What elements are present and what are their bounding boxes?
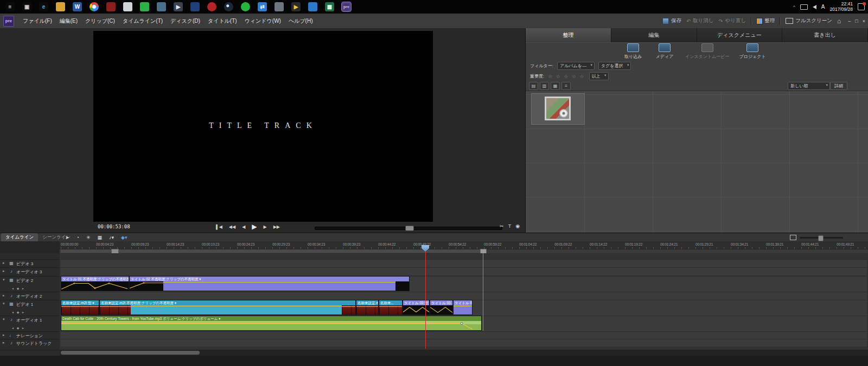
tray-expand-icon[interactable]: ^	[793, 4, 795, 9]
track-header-audio2[interactable]: ▸ ♪ オーディオ 2	[0, 292, 60, 299]
media-item[interactable]	[531, 93, 585, 125]
menu-item[interactable]: 編集(E)	[56, 17, 81, 25]
position-scrubber[interactable]	[315, 227, 502, 230]
track-header-narration[interactable]: ▸ ♩ ナレーション	[0, 331, 60, 338]
file-explorer-icon[interactable]	[56, 2, 65, 11]
panel-tab[interactable]: 編集	[611, 28, 697, 42]
app-steel-icon[interactable]	[157, 2, 166, 11]
menu-item[interactable]: クリップ(C)	[81, 17, 119, 25]
menu-item[interactable]: ウィンドウ(W)	[241, 17, 285, 25]
minimize-button[interactable]: –	[848, 18, 851, 24]
scrollbar-thumb[interactable]	[61, 351, 200, 355]
zoom-slider[interactable]	[800, 237, 843, 239]
step-back-icon[interactable]: ◀	[242, 224, 245, 229]
details-button[interactable]: 詳細	[830, 82, 847, 90]
clip-title-03-b[interactable]: タイトル 03 不透...	[430, 300, 453, 315]
smart-trim-icon[interactable]: ◆▾	[121, 235, 127, 240]
start-icon[interactable]: ≡	[5, 2, 15, 11]
scrubber-thumb[interactable]	[405, 226, 414, 231]
clip-title-01[interactable]: タイトル 01 不透明度:クリップの不透明度 ▾	[61, 276, 129, 291]
instant-movie-button[interactable]: インスタントムービー	[685, 43, 730, 60]
app-green-icon[interactable]	[140, 2, 149, 11]
ime-indicator[interactable]: A	[821, 4, 825, 10]
freeze-frame-icon[interactable]: ◉	[515, 223, 520, 229]
menu-item[interactable]: タイトル(T)	[204, 17, 241, 25]
clip-title-03-c[interactable]: タイトル 03 ▾	[453, 300, 473, 315]
task-view-icon[interactable]: ▣	[22, 2, 31, 11]
close-button[interactable]: ×	[863, 18, 865, 24]
edge-icon[interactable]: e	[39, 2, 48, 11]
thumbnail-view-icon[interactable]: ▥	[540, 82, 549, 90]
project-button[interactable]: プロジェクト	[739, 43, 766, 60]
disclosure-icon[interactable]: ▸	[3, 293, 7, 298]
split-clip-icon[interactable]: ✂	[500, 223, 504, 229]
disclosure-icon[interactable]: ▸	[3, 333, 7, 337]
track-header-video1[interactable]: ▾ ▦ ビデオ 1 ◂ ◆ ▸	[0, 300, 60, 315]
motion-tracking-tool-icon[interactable]: ✳	[86, 235, 91, 240]
lane-audio2[interactable]	[61, 292, 867, 300]
app-navy-icon[interactable]	[190, 2, 200, 11]
work-area-bar[interactable]	[61, 249, 483, 253]
video-preview[interactable]: TITLE TRACK	[93, 31, 433, 222]
panel-tab[interactable]: 書き出し	[782, 28, 868, 42]
marker-tool-icon[interactable]: ▦	[98, 235, 103, 240]
step-forward-icon[interactable]: ▶	[264, 224, 267, 229]
app-silver-icon[interactable]	[123, 2, 132, 11]
disclosure-icon[interactable]: ▾	[3, 301, 7, 306]
timeline-horizontal-scrollbar[interactable]	[60, 350, 868, 356]
go-to-start-icon[interactable]: ▌◀	[216, 224, 222, 229]
clip-untitled-m2t-4[interactable]: 名称未...	[379, 300, 403, 315]
track-header-video2[interactable]: ▾ ▦ ビデオ 2 ◂ ◆ ▸	[0, 276, 60, 291]
clip-untitled-m2t-3[interactable]: 名称未設定.m2t 不透...	[356, 300, 379, 315]
display-icon[interactable]	[800, 4, 808, 10]
disclosure-icon[interactable]: ▸	[3, 341, 7, 345]
add-text-icon[interactable]: T	[508, 223, 512, 229]
audio-tools-icon[interactable]: ♪▾	[109, 235, 114, 240]
organize-shortcut-button[interactable]: 整理	[757, 17, 775, 24]
app-blue-icon[interactable]	[308, 2, 317, 11]
word-icon[interactable]: W	[73, 2, 82, 11]
sync-icon[interactable]: ⇄	[258, 2, 267, 11]
premiere-elements-icon[interactable]: pre	[342, 2, 351, 11]
fast-forward-icon[interactable]: ▶▶	[273, 224, 280, 229]
panel-tab[interactable]: ディスクメニュー	[697, 28, 783, 42]
lane-narration[interactable]	[61, 331, 867, 339]
list-view-icon[interactable]: ≡	[561, 82, 571, 90]
amd-icon[interactable]	[207, 2, 216, 11]
fullscreen-button[interactable]: フルスクリーン	[786, 17, 832, 24]
keyframe-nav-controls[interactable]: ◂ ◆ ▸	[12, 326, 25, 330]
media-button[interactable]: メディア	[654, 43, 675, 60]
notification-icon[interactable]	[858, 3, 865, 10]
lane-soundtrack[interactable]	[61, 339, 867, 346]
play-icon[interactable]: ▶	[252, 223, 257, 230]
menu-item[interactable]: ヘルプ(H)	[285, 17, 317, 25]
clock[interactable]: 22:41 2017/09/28	[829, 2, 853, 12]
importance-min-dropdown[interactable]: 以上	[589, 72, 609, 80]
current-timecode[interactable]: 00:00:53:08	[98, 224, 130, 229]
track-header-audio3[interactable]: ▸ ♪ オーディオ 3	[0, 267, 60, 275]
menu-item[interactable]: ディスク(D)	[167, 17, 204, 25]
maximize-button[interactable]: □	[855, 18, 858, 24]
save-button[interactable]: 保存	[662, 17, 681, 24]
home-button[interactable]: ⌂	[837, 17, 841, 25]
line-icon[interactable]	[241, 2, 250, 11]
album-filter-dropdown[interactable]: アルバムを―	[557, 62, 595, 70]
menu-item[interactable]: ファイル(F)	[19, 17, 56, 25]
disclosure-icon[interactable]: ▾	[3, 278, 7, 282]
grid-view-icon[interactable]: ▤	[529, 82, 538, 90]
fit-timeline-icon[interactable]	[790, 235, 796, 240]
sort-order-dropdown[interactable]: 新しい順	[788, 82, 830, 90]
keyframe-nav-controls[interactable]: ◂ ◆ ▸	[12, 310, 25, 314]
clip-title-02[interactable]: タイトル 02 不透明度:クリップの不透明度 ▾	[129, 276, 410, 291]
disclosure-icon[interactable]: ▾	[3, 317, 7, 322]
undo-button[interactable]: ↶ 取り消し	[686, 17, 713, 24]
clip-untitled-m2t-2[interactable]: 名称未設定.m2t 不透明度:クリップの不透明度 ▾	[99, 300, 356, 315]
disclosure-icon[interactable]: ▸	[3, 269, 7, 273]
folder-view-icon[interactable]: ▦	[551, 82, 560, 90]
lane-video3[interactable]	[61, 259, 867, 267]
steam-icon[interactable]	[224, 2, 233, 11]
chrome-icon[interactable]	[90, 2, 99, 11]
track-header-soundtrack[interactable]: ▸ ♪ サウンドトラック	[0, 339, 60, 346]
disclosure-icon[interactable]: ▸	[3, 261, 7, 265]
app-gray-icon[interactable]	[275, 2, 284, 11]
